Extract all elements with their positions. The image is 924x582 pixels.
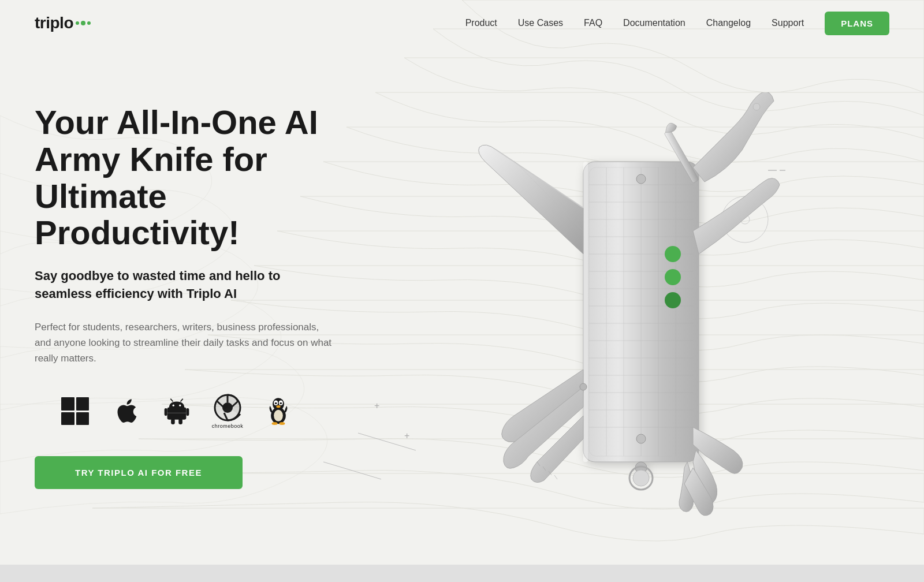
svg-point-69 xyxy=(633,470,649,486)
windows-icon xyxy=(58,394,92,428)
svg-point-63 xyxy=(580,383,587,390)
hero-section: Your All-In-One AI Army Knife for Ultima… xyxy=(0,46,924,554)
svg-point-56 xyxy=(636,174,646,184)
hero-content: Your All-In-One AI Army Knife for Ultima… xyxy=(35,81,381,489)
svg-point-30 xyxy=(279,422,285,425)
svg-point-54 xyxy=(665,269,681,285)
svg-point-26 xyxy=(280,402,282,405)
svg-point-28 xyxy=(274,410,283,421)
hero-title: Your All-In-One AI Army Knife for Ultima… xyxy=(35,104,370,251)
svg-rect-14 xyxy=(165,408,167,416)
nav-support[interactable]: Support xyxy=(772,18,804,28)
knife-image xyxy=(468,92,803,525)
svg-point-27 xyxy=(276,405,280,408)
chromebook-label: chromebook xyxy=(212,423,244,429)
svg-point-61 xyxy=(753,103,760,110)
nav-faq[interactable]: FAQ xyxy=(584,18,602,28)
svg-point-55 xyxy=(665,292,681,308)
hero-subtitle: Say goodbye to wasted time and hello to … xyxy=(35,267,335,303)
svg-rect-59 xyxy=(583,162,588,462)
logo-dot-1 xyxy=(76,21,79,25)
svg-point-29 xyxy=(272,422,278,425)
svg-point-57 xyxy=(636,434,646,443)
cta-button[interactable]: TRY TRIPLO AI FOR FREE xyxy=(35,456,243,489)
svg-line-12 xyxy=(170,399,173,402)
svg-rect-17 xyxy=(178,419,182,424)
android-icon xyxy=(159,394,194,428)
logo-dots xyxy=(76,21,91,25)
nav-changelog[interactable]: Changelog xyxy=(706,18,751,28)
linux-icon xyxy=(261,394,296,428)
svg-point-10 xyxy=(173,405,174,406)
chromebook-icon: chromebook xyxy=(210,394,245,428)
hero-description: Perfect for students, researchers, write… xyxy=(35,319,335,367)
svg-line-67 xyxy=(554,475,557,479)
svg-point-53 xyxy=(665,246,681,262)
svg-rect-9 xyxy=(167,408,187,420)
logo-text: triplo xyxy=(35,14,73,32)
nav-links: Product Use Cases FAQ Documentation Chan… xyxy=(465,12,889,35)
navbar: triplo Product Use Cases FAQ Documentati… xyxy=(0,0,924,46)
bottom-bar xyxy=(0,565,924,582)
svg-line-13 xyxy=(181,399,183,402)
svg-point-11 xyxy=(179,405,181,406)
plans-button[interactable]: PLANS xyxy=(825,12,889,35)
svg-point-25 xyxy=(275,402,277,405)
nav-documentation[interactable]: Documentation xyxy=(623,18,685,28)
logo-dot-2 xyxy=(81,21,85,25)
apple-icon xyxy=(109,394,143,428)
logo[interactable]: triplo xyxy=(35,14,91,32)
svg-rect-15 xyxy=(186,408,189,416)
logo-dot-3 xyxy=(87,21,91,25)
hero-illustration xyxy=(381,81,889,525)
nav-use-cases[interactable]: Use Cases xyxy=(518,18,563,28)
nav-product[interactable]: Product xyxy=(465,18,497,28)
platform-icons: chromebook xyxy=(58,394,381,428)
svg-rect-16 xyxy=(171,419,175,424)
